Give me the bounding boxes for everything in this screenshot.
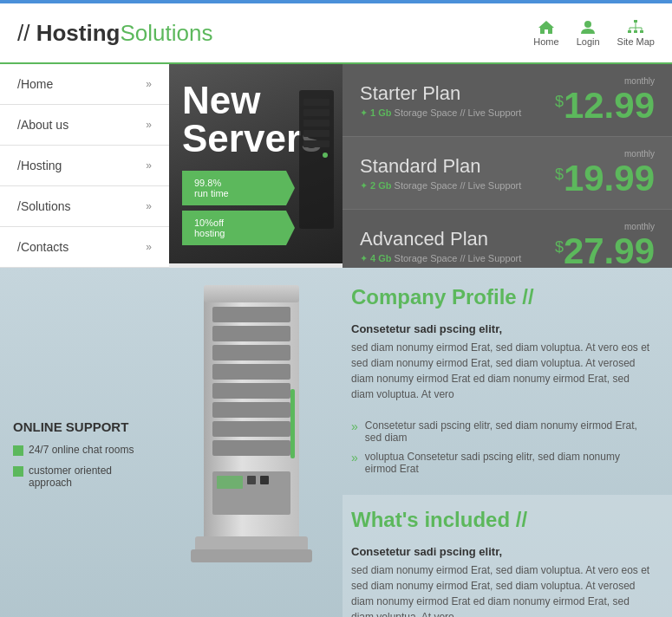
sidebar-solutions-label: /Solutions <box>17 199 70 213</box>
svg-rect-32 <box>260 476 269 484</box>
svg-rect-28 <box>290 389 295 458</box>
logo-hosting: Hosting <box>36 20 121 46</box>
logo: // HostingSolutions <box>17 20 212 47</box>
company-profile-body: sed diam nonumy eirmod Erat, sed diam vo… <box>351 340 650 402</box>
sidebar-item-contacts[interactable]: /Contacts » <box>0 227 169 268</box>
whats-included-section: What's included // Consetetur sadi pscin… <box>343 495 672 617</box>
sidebar-contacts-label: /Contacts <box>17 240 69 254</box>
svg-rect-27 <box>212 440 290 456</box>
company-bullet-1: » Consetetur sadi pscing elitr, sed diam… <box>351 419 650 444</box>
header: // HostingSolutions Home Login <box>0 3 672 64</box>
plan-advanced-name: Advanced Plan <box>360 228 555 250</box>
svg-rect-2 <box>634 20 637 23</box>
support-item-customer: customer oriented approach <box>13 464 156 489</box>
svg-rect-4 <box>634 30 637 33</box>
login-label: Login <box>577 36 600 47</box>
home-icon <box>538 19 555 35</box>
plan-advanced-dollar: $ <box>555 238 564 256</box>
sidebar-home-label: /Home <box>17 77 53 91</box>
plan-advanced-price: monthly $27.99 <box>555 222 655 270</box>
svg-rect-25 <box>212 402 290 418</box>
plan-standard-dollar: $ <box>555 166 564 183</box>
login-icon <box>579 19 597 35</box>
header-nav: Home Login Site Map <box>533 19 655 47</box>
svg-rect-24 <box>212 383 290 399</box>
online-support-section: ONLINE SUPPORT 24/7 online chat rooms cu… <box>9 415 160 502</box>
login-nav[interactable]: Login <box>577 19 600 47</box>
company-bullet-2-text: voluptua Consetetur sadi pscing elitr, s… <box>365 451 650 475</box>
whats-included-body: sed diam nonumy eirmod Erat, sed diam vo… <box>351 562 650 617</box>
logo-solutions: Solutions <box>120 20 212 46</box>
svg-point-1 <box>584 21 591 28</box>
plan-standard[interactable]: Standard Plan ✦ 2 Gb Storage Space // Li… <box>343 137 672 210</box>
svg-rect-31 <box>247 476 256 484</box>
sidebar-item-hosting[interactable]: /Hosting » <box>0 146 169 186</box>
sidebar-item-home[interactable]: /Home » <box>0 64 169 105</box>
plan-starter-sep: Storage Space // <box>395 107 468 118</box>
logo-slashes: // <box>17 20 29 46</box>
plan-starter[interactable]: Starter Plan ✦ 1 Gb Storage Space // Liv… <box>343 64 672 137</box>
below-sidebar: ONLINE SUPPORT 24/7 online chat rooms cu… <box>0 268 169 617</box>
support-chat-text: 24/7 online chat rooms <box>29 444 134 456</box>
whats-included-lead: Consetetur sadi pscing elitr, <box>351 545 650 558</box>
banner: New Servers 99.8% run time 10%off hostin… <box>169 64 343 263</box>
plan-standard-support: Live Support <box>468 180 522 191</box>
company-profile-text: Consetetur sadi pscing elitr, sed diam n… <box>351 322 650 402</box>
sidebar-hosting-label: /Hosting <box>17 159 62 172</box>
plan-starter-details: ✦ 1 Gb Storage Space // Live Support <box>360 107 555 119</box>
svg-rect-14 <box>303 120 329 127</box>
svg-rect-16 <box>303 140 329 147</box>
badge-runtime-label: run time <box>194 188 283 198</box>
sidebar-about-label: /About us <box>17 118 69 132</box>
plan-standard-price: monthly $19.99 <box>555 149 655 197</box>
plan-advanced-support: Live Support <box>468 253 522 263</box>
sidebar-contacts-arrow: » <box>146 241 152 253</box>
badge-runtime-value: 99.8% <box>194 178 283 188</box>
svg-rect-13 <box>303 109 329 116</box>
sitemap-nav[interactable]: Site Map <box>617 19 655 47</box>
content-area: New Servers 99.8% run time 10%off hostin… <box>169 64 672 268</box>
company-profile-section: Company Profile // Consetetur sadi pscin… <box>343 268 672 495</box>
plan-standard-name: Standard Plan <box>360 155 555 178</box>
plan-starter-price: monthly $12.99 <box>555 76 655 124</box>
home-nav[interactable]: Home <box>533 19 558 47</box>
svg-rect-30 <box>217 476 243 489</box>
support-dot-2 <box>13 466 23 477</box>
svg-rect-5 <box>640 30 643 33</box>
sidebar-item-solutions[interactable]: /Solutions » <box>0 186 169 227</box>
plan-starter-support: Live Support <box>468 107 522 118</box>
svg-rect-21 <box>212 326 290 341</box>
server-3d <box>178 259 334 583</box>
bullet-arrow-1: » <box>351 419 358 433</box>
gear-icon-3: ✦ <box>360 253 368 263</box>
banner-plans-row: New Servers 99.8% run time 10%off hostin… <box>169 64 672 263</box>
plan-starter-name: Starter Plan <box>360 82 555 105</box>
plan-starter-storage: 1 Gb <box>370 107 391 118</box>
sidebar-home-arrow: » <box>146 78 152 90</box>
plan-standard-amount: 19.99 <box>564 158 655 198</box>
plan-starter-dollar: $ <box>555 93 564 110</box>
svg-rect-20 <box>212 307 290 322</box>
sidebar-hosting-arrow: » <box>146 159 152 172</box>
support-title: ONLINE SUPPORT <box>13 419 156 435</box>
sidebar-item-about[interactable]: /About us » <box>0 105 169 146</box>
svg-rect-22 <box>212 345 290 360</box>
plan-advanced-storage: 4 Gb <box>370 253 391 263</box>
plan-standard-info: Standard Plan ✦ 2 Gb Storage Space // Li… <box>360 155 555 192</box>
below-content: Company Profile // Consetetur sadi pscin… <box>343 268 672 617</box>
plan-standard-details: ✦ 2 Gb Storage Space // Live Support <box>360 180 555 192</box>
sidebar: /Home » /About us » /Hosting » /Solution… <box>0 64 169 268</box>
plan-starter-amount: 12.99 <box>564 85 655 126</box>
server-silhouette <box>282 81 343 237</box>
plan-advanced-amount: 27.99 <box>564 231 655 271</box>
plan-advanced-details: ✦ 4 Gb Storage Space // Live Support <box>360 253 555 264</box>
svg-marker-0 <box>538 21 554 34</box>
sidebar-about-arrow: » <box>146 119 152 131</box>
svg-rect-26 <box>212 421 290 437</box>
badge-hosting-label: hosting <box>194 228 283 238</box>
whats-included-text: Consetetur sadi pscing elitr, sed diam n… <box>351 545 650 617</box>
gear-icon-2: ✦ <box>360 180 368 191</box>
plan-standard-storage: 2 Gb <box>370 180 391 191</box>
sidebar-solutions-arrow: » <box>146 200 152 212</box>
badge-runtime: 99.8% run time <box>182 171 295 205</box>
